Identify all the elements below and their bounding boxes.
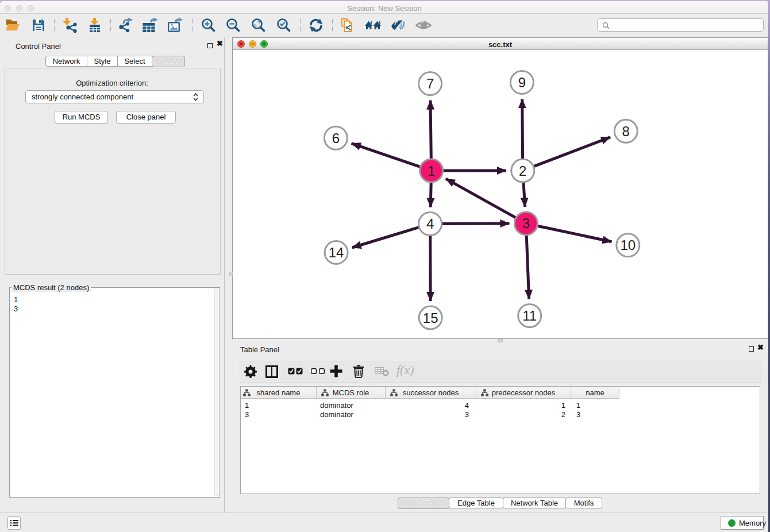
svg-text:10: 10 xyxy=(620,237,636,253)
svg-text:3: 3 xyxy=(522,215,530,231)
svg-text:14: 14 xyxy=(329,245,344,260)
svg-text:8: 8 xyxy=(622,124,630,139)
svg-text:11: 11 xyxy=(522,308,537,323)
svg-text:2: 2 xyxy=(519,163,526,179)
svg-text:6: 6 xyxy=(332,130,340,146)
svg-text:4: 4 xyxy=(426,216,434,232)
svg-text:7: 7 xyxy=(426,76,434,91)
svg-text:15: 15 xyxy=(423,310,438,326)
svg-text:9: 9 xyxy=(518,75,526,90)
svg-text:1: 1 xyxy=(428,163,435,179)
